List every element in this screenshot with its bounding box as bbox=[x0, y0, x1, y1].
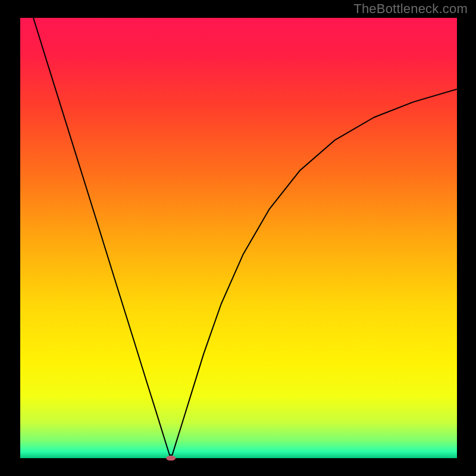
chart-frame: TheBottleneck.com bbox=[0, 0, 476, 476]
bottleneck-chart bbox=[0, 0, 476, 476]
gradient-background bbox=[20, 18, 457, 458]
optimal-marker bbox=[166, 456, 176, 461]
